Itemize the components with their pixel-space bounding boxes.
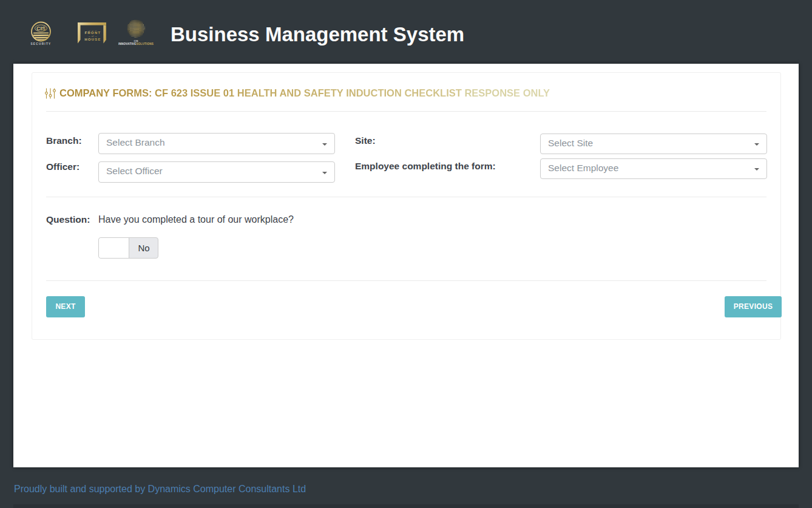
svg-text:INNOVATIVESOLUTIONS: INNOVATIVESOLUTIONS xyxy=(118,42,154,46)
svg-text:SECURITY: SECURITY xyxy=(30,42,51,46)
svg-text:CIS: CIS xyxy=(36,25,46,32)
svg-text:HOUSE: HOUSE xyxy=(84,38,101,41)
svg-text:FRONT: FRONT xyxy=(85,31,101,35)
